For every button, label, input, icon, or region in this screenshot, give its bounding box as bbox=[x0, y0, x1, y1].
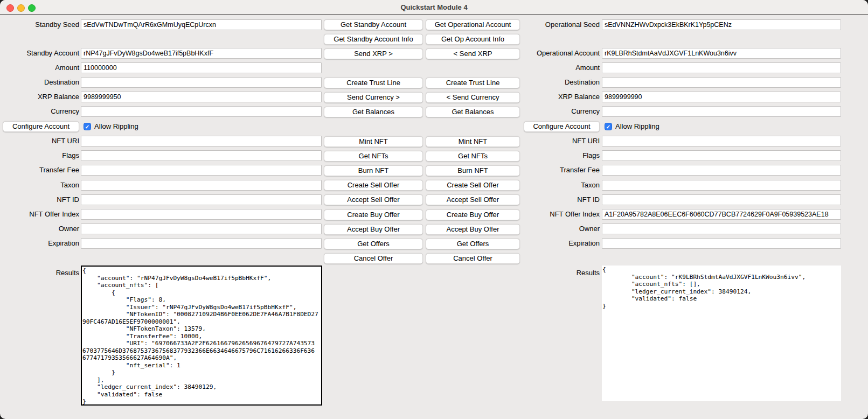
op-get-offers-button[interactable]: Get Offers bbox=[426, 239, 520, 249]
op-results-json: { "account": "rK9LBRhStdmtAaVdJXGVF1LnKW… bbox=[602, 266, 841, 310]
op-results-label: Results bbox=[520, 268, 600, 278]
op-taxon-input[interactable] bbox=[602, 180, 841, 191]
op-results-textarea[interactable]: { "account": "rK9LBRhStdmtAaVdJXGVF1LnKW… bbox=[602, 266, 841, 401]
op-currency-input[interactable] bbox=[602, 106, 841, 117]
get-op-account-info-button[interactable]: Get Op Account Info bbox=[426, 34, 520, 45]
op-taxon-label: Taxon bbox=[520, 180, 600, 191]
op-owner-input[interactable] bbox=[602, 224, 841, 234]
standby-burn-nft-button[interactable]: Burn NFT bbox=[324, 165, 423, 176]
op-xrp-balance-label: XRP Balance bbox=[520, 92, 600, 102]
standby-allow-rippling-label: Allow Rippling bbox=[94, 121, 138, 132]
op-send-currency-button[interactable]: < Send Currency bbox=[426, 92, 520, 103]
op-amount-label: Amount bbox=[520, 62, 600, 73]
op-create-trust-line-button[interactable]: Create Trust Line bbox=[426, 78, 520, 88]
standby-amount-input[interactable] bbox=[81, 62, 322, 73]
standby-create-trust-line-button[interactable]: Create Trust Line bbox=[324, 78, 423, 88]
op-account-label: Operational Account bbox=[520, 48, 600, 59]
standby-taxon-label: Taxon bbox=[0, 180, 79, 191]
standby-nft-offer-index-input[interactable] bbox=[81, 209, 322, 220]
op-seed-label: Operational Seed bbox=[520, 19, 600, 30]
op-allow-rippling-label: Allow Rippling bbox=[615, 121, 659, 132]
op-configure-account-button[interactable]: Configure Account bbox=[524, 121, 600, 132]
op-cancel-offer-button[interactable]: Cancel Offer bbox=[426, 253, 520, 264]
get-operational-account-button[interactable]: Get Operational Account bbox=[426, 19, 520, 30]
op-mint-nft-button[interactable]: Mint NFT bbox=[426, 136, 520, 147]
op-account-input[interactable] bbox=[602, 48, 841, 59]
standby-create-buy-offer-button[interactable]: Create Buy Offer bbox=[324, 210, 423, 220]
standby-results-label: Results bbox=[0, 268, 79, 278]
op-create-buy-offer-button[interactable]: Create Buy Offer bbox=[426, 210, 520, 220]
standby-accept-buy-offer-button[interactable]: Accept Buy Offer bbox=[324, 224, 423, 235]
op-transfer-fee-input[interactable] bbox=[602, 165, 841, 176]
standby-mint-nft-button[interactable]: Mint NFT bbox=[324, 136, 423, 147]
standby-amount-label: Amount bbox=[0, 62, 79, 73]
op-nft-id-label: NFT ID bbox=[520, 194, 600, 205]
standby-xrp-balance-label: XRP Balance bbox=[0, 92, 79, 102]
op-xrp-balance-input[interactable] bbox=[602, 92, 841, 102]
standby-get-nfts-button[interactable]: Get NFTs bbox=[324, 151, 423, 162]
standby-nft-uri-label: NFT URI bbox=[0, 136, 79, 146]
standby-owner-input[interactable] bbox=[81, 224, 322, 234]
standby-account-label: Standby Account bbox=[0, 48, 79, 59]
op-get-balances-button[interactable]: Get Balances bbox=[426, 107, 520, 117]
op-nft-id-input[interactable] bbox=[602, 194, 841, 205]
standby-accept-sell-offer-button[interactable]: Accept Sell Offer bbox=[324, 194, 423, 205]
app-window: Quickstart Module 4 Standby Seed Standby… bbox=[0, 0, 868, 419]
standby-currency-input[interactable] bbox=[81, 106, 322, 117]
op-seed-input[interactable] bbox=[602, 19, 841, 30]
get-standby-account-button[interactable]: Get Standby Account bbox=[324, 19, 423, 30]
standby-destination-label: Destination bbox=[0, 77, 79, 88]
op-nft-uri-label: NFT URI bbox=[520, 136, 600, 146]
op-flags-input[interactable] bbox=[602, 150, 841, 161]
op-accept-sell-offer-button[interactable]: Accept Sell Offer bbox=[426, 194, 520, 205]
standby-nft-offer-index-label: NFT Offer Index bbox=[0, 209, 79, 220]
standby-xrp-balance-input[interactable] bbox=[81, 92, 322, 102]
standby-expiration-input[interactable] bbox=[81, 238, 322, 249]
standby-transfer-fee-label: Transfer Fee bbox=[0, 165, 79, 176]
op-expiration-label: Expiration bbox=[520, 238, 600, 249]
op-owner-label: Owner bbox=[520, 224, 600, 234]
standby-seed-label: Standby Seed bbox=[0, 19, 79, 30]
op-send-xrp-button[interactable]: < Send XRP bbox=[426, 48, 520, 59]
standby-currency-label: Currency bbox=[0, 106, 79, 117]
get-standby-account-info-button[interactable]: Get Standby Account Info bbox=[324, 34, 423, 45]
standby-nft-uri-input[interactable] bbox=[81, 136, 322, 146]
standby-get-offers-button[interactable]: Get Offers bbox=[324, 239, 423, 249]
standby-nft-id-label: NFT ID bbox=[0, 194, 79, 205]
op-destination-label: Destination bbox=[520, 77, 600, 88]
window-title: Quickstart Module 4 bbox=[0, 0, 868, 14]
standby-cancel-offer-button[interactable]: Cancel Offer bbox=[324, 253, 423, 264]
op-burn-nft-button[interactable]: Burn NFT bbox=[426, 165, 520, 176]
standby-transfer-fee-input[interactable] bbox=[81, 165, 322, 176]
standby-results-textarea[interactable]: { "account": "rNP47gJFvDyW8gsDo4weB17if5… bbox=[81, 266, 322, 406]
op-accept-buy-offer-button[interactable]: Accept Buy Offer bbox=[426, 224, 520, 235]
standby-send-currency-button[interactable]: Send Currency > bbox=[324, 92, 423, 103]
op-get-nfts-button[interactable]: Get NFTs bbox=[426, 151, 520, 162]
standby-flags-label: Flags bbox=[0, 150, 79, 161]
standby-taxon-input[interactable] bbox=[81, 180, 322, 191]
standby-flags-input[interactable] bbox=[81, 150, 322, 161]
op-create-sell-offer-button[interactable]: Create Sell Offer bbox=[426, 180, 520, 191]
op-nft-offer-index-input[interactable] bbox=[602, 209, 841, 220]
standby-owner-label: Owner bbox=[0, 224, 79, 234]
title-bar: Quickstart Module 4 bbox=[0, 0, 868, 15]
standby-account-input[interactable] bbox=[81, 48, 322, 59]
op-amount-input[interactable] bbox=[602, 62, 841, 73]
standby-allow-rippling-checkbox[interactable] bbox=[84, 123, 91, 130]
standby-send-xrp-button[interactable]: Send XRP > bbox=[324, 48, 423, 59]
op-flags-label: Flags bbox=[520, 150, 600, 161]
op-expiration-input[interactable] bbox=[602, 238, 841, 249]
op-nft-offer-index-label: NFT Offer Index bbox=[520, 209, 600, 220]
standby-expiration-label: Expiration bbox=[0, 238, 79, 249]
standby-seed-input[interactable] bbox=[81, 19, 322, 30]
standby-destination-input[interactable] bbox=[81, 77, 322, 88]
op-currency-label: Currency bbox=[520, 106, 600, 117]
op-destination-input[interactable] bbox=[602, 77, 841, 88]
op-nft-uri-input[interactable] bbox=[602, 136, 841, 146]
standby-create-sell-offer-button[interactable]: Create Sell Offer bbox=[324, 180, 423, 191]
op-allow-rippling-checkbox[interactable] bbox=[605, 123, 612, 130]
standby-configure-account-button[interactable]: Configure Account bbox=[3, 121, 79, 132]
standby-results-json: { "account": "rNP47gJFvDyW8gsDo4weB17if5… bbox=[82, 267, 321, 406]
standby-get-balances-button[interactable]: Get Balances bbox=[324, 107, 423, 117]
standby-nft-id-input[interactable] bbox=[81, 194, 322, 205]
